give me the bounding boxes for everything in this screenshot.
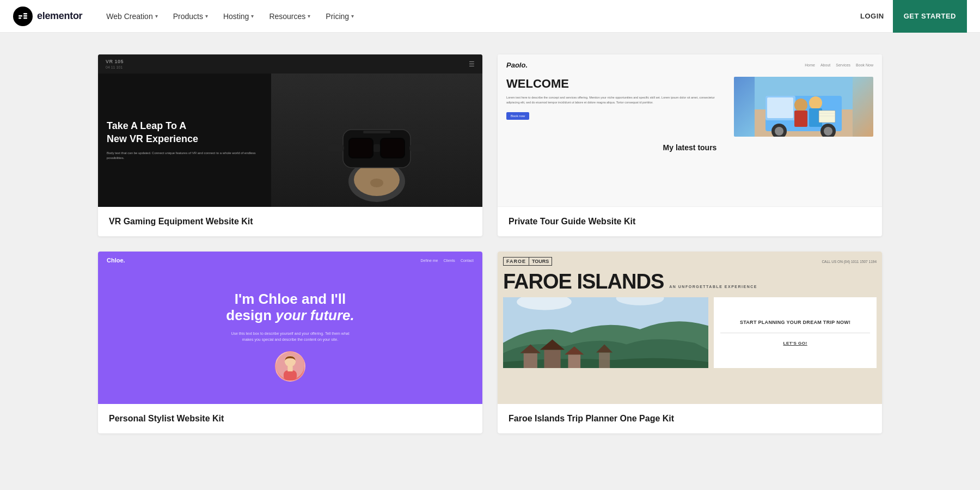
svg-point-24 (824, 127, 832, 136)
svg-rect-46 (599, 352, 610, 368)
chevron-down-icon: ▾ (251, 13, 254, 19)
card-preview-chloe: Chloe. Define me Clients Contact I'm Chl… (98, 252, 482, 404)
faroe-landscape-image (503, 297, 708, 368)
svg-point-26 (794, 99, 807, 112)
logo-text: elementor (37, 10, 82, 22)
svg-rect-40 (524, 353, 537, 368)
svg-rect-2 (23, 13, 27, 15)
svg-rect-16 (363, 131, 390, 133)
card-vr-gaming[interactable]: VR 105 04 11 101 ☰ Take A Leap To ANew V… (98, 54, 482, 236)
card-title-tour: Private Tour Guide Website Kit (498, 207, 882, 236)
svg-rect-10 (350, 139, 372, 157)
svg-rect-25 (767, 97, 793, 118)
vr-headline: Take A Leap To ANew VR Experience (107, 120, 262, 145)
card-title-chloe: Personal Stylist Website Kit (98, 404, 482, 433)
nav-item-resources[interactable]: Resources ▾ (262, 8, 317, 25)
card-tour-guide[interactable]: Paolo. Home About Services Book Now WELC… (498, 54, 882, 236)
nav-item-hosting[interactable]: Hosting ▾ (217, 8, 260, 25)
svg-rect-42 (544, 350, 560, 368)
chevron-down-icon: ▾ (205, 13, 208, 19)
nav-item-products[interactable]: Products ▾ (167, 8, 215, 25)
nav-item-pricing[interactable]: Pricing ▾ (319, 8, 360, 25)
svg-rect-27 (794, 111, 807, 127)
nav-item-web-creation[interactable]: Web Creation ▾ (100, 8, 164, 25)
svg-point-22 (775, 127, 783, 136)
card-preview-faroe: FAROE TOURS CALL US ON (04) 1011 1507 11… (498, 252, 882, 404)
chevron-down-icon: ▾ (351, 13, 354, 19)
svg-rect-1 (19, 17, 21, 19)
login-button[interactable]: LOGIN (860, 12, 884, 20)
card-title-faroe: Faroe Islands Trip Planner One Page Kit (498, 404, 882, 433)
svg-rect-13 (373, 144, 380, 152)
chloe-avatar (275, 351, 305, 382)
card-preview-tour: Paolo. Home About Services Book Now WELC… (498, 54, 882, 207)
card-title-vr: VR Gaming Equipment Website Kit (98, 207, 482, 236)
svg-point-7 (370, 179, 383, 187)
card-preview-vr: VR 105 04 11 101 ☰ Take A Leap To ANew V… (98, 54, 482, 207)
vr-topbar: VR 105 04 11 101 ☰ (98, 54, 482, 74)
svg-rect-0 (19, 15, 22, 17)
nav-items: Web Creation ▾ Products ▾ Hosting ▾ Reso… (100, 8, 860, 25)
svg-rect-12 (381, 139, 404, 157)
navbar: elementor Web Creation ▾ Products ▾ Host… (0, 0, 980, 33)
svg-rect-35 (284, 370, 297, 381)
svg-rect-44 (568, 354, 580, 368)
kit-grid: VR 105 04 11 101 ☰ Take A Leap To ANew V… (0, 33, 980, 455)
svg-point-28 (809, 96, 822, 109)
nav-right: LOGIN GET STARTED (860, 0, 967, 33)
menu-icon: ☰ (469, 60, 475, 68)
chevron-down-icon: ▾ (308, 13, 310, 19)
svg-rect-30 (819, 111, 835, 122)
card-personal-stylist[interactable]: Chloe. Define me Clients Contact I'm Chl… (98, 252, 482, 433)
card-faroe-islands[interactable]: FAROE TOURS CALL US ON (04) 1011 1507 11… (498, 252, 882, 433)
svg-rect-3 (23, 15, 27, 17)
svg-rect-14 (328, 145, 344, 151)
svg-rect-15 (409, 145, 426, 151)
logo-icon (13, 7, 33, 26)
svg-rect-36 (287, 366, 292, 371)
chevron-down-icon: ▾ (155, 13, 158, 19)
svg-rect-4 (23, 17, 27, 19)
logo[interactable]: elementor (13, 7, 82, 26)
get-started-button[interactable]: GET STARTED (893, 0, 967, 33)
